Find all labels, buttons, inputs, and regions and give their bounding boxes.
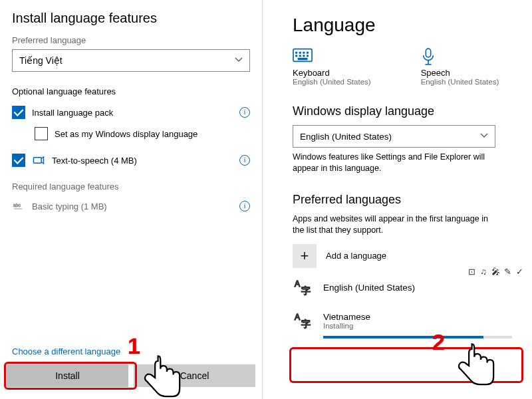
language-settings-panel: Language Keyboard English (United States… — [263, 0, 532, 399]
svg-rect-0 — [34, 158, 42, 163]
plus-icon: + — [293, 244, 317, 268]
display-language-dropdown[interactable]: English (United States) — [293, 125, 495, 148]
panel-title: Install language features — [12, 11, 250, 26]
svg-point-5 — [303, 52, 305, 53]
language-name: English (United States) — [323, 283, 415, 293]
language-item-vietnamese[interactable]: A字 Vietnamese Installing — [293, 305, 532, 337]
checkbox-tts[interactable] — [12, 154, 25, 167]
keyboard-title: Keyboard — [293, 68, 371, 78]
feature-tts-label: Text-to-speech (4 MB) — [52, 156, 250, 166]
svg-rect-11 — [298, 59, 307, 60]
feature-basic-typing-label: Basic typing (1 MB) — [32, 201, 250, 211]
required-features-header: Required language features — [12, 182, 250, 192]
svg-point-6 — [307, 52, 309, 53]
keyboard-sub: English (United States) — [293, 78, 371, 86]
feature-set-display-label: Set as my Windows display language — [55, 129, 250, 139]
callout-2-highlight — [289, 347, 523, 383]
svg-text:abc: abc — [13, 203, 21, 207]
preferred-languages-header: Preferred languages — [293, 193, 532, 207]
page-title: Language — [293, 15, 532, 36]
feature-basic-typing: abc Basic typing (1 MB) i — [12, 196, 250, 217]
info-icon[interactable]: i — [239, 107, 250, 118]
svg-point-8 — [299, 55, 301, 57]
speech-mini-icon: 🎤︎ — [491, 267, 500, 277]
tts-icon — [32, 154, 45, 167]
svg-point-3 — [296, 52, 297, 53]
feature-tts[interactable]: Text-to-speech (4 MB) i — [12, 150, 250, 171]
handwriting-icon: ✎ — [503, 267, 512, 277]
svg-point-7 — [296, 55, 297, 57]
windows-display-language-header: Windows display language — [293, 104, 532, 118]
display-language-value: English (United States) — [300, 132, 392, 142]
language-name: Vietnamese — [323, 312, 370, 322]
choose-different-language-link[interactable]: Choose a different language — [12, 346, 120, 356]
display-language-desc: Windows features like Settings and File … — [293, 152, 499, 174]
cancel-button[interactable]: Cancel — [134, 364, 255, 387]
language-feature-icons: ⊡ ♫ 🎤︎ ✎ ✓ — [467, 267, 524, 277]
svg-text:A: A — [295, 279, 301, 289]
language-glyph-icon: A字 — [293, 311, 314, 332]
add-language-button[interactable]: + Add a language — [293, 244, 532, 268]
info-icon[interactable]: i — [239, 155, 250, 166]
typing-mini-icon: ✓ — [515, 267, 524, 277]
microphone-icon — [421, 48, 441, 64]
install-progress-fill — [323, 336, 483, 338]
language-status: Installing — [323, 322, 370, 330]
info-icon[interactable]: i — [239, 201, 250, 211]
speech-title: Speech — [421, 68, 499, 78]
svg-text:字: 字 — [301, 285, 311, 296]
svg-point-9 — [303, 55, 305, 57]
feature-language-pack[interactable]: Install language pack i — [12, 102, 250, 123]
display-icon: ⊡ — [467, 267, 476, 277]
chevron-down-icon — [235, 55, 243, 66]
keyboard-tile[interactable]: Keyboard English (United States) — [293, 48, 371, 86]
install-progress-bar — [323, 336, 512, 338]
install-button[interactable]: Install — [7, 364, 128, 387]
preferred-language-dropdown[interactable]: Tiếng Việt — [12, 49, 250, 72]
checkbox-set-display[interactable] — [35, 127, 48, 140]
svg-rect-12 — [426, 49, 430, 57]
feature-set-display[interactable]: Set as my Windows display language — [12, 123, 250, 144]
chevron-down-icon — [480, 132, 488, 142]
language-item-english[interactable]: A字 English (United States) ⊡ ♫ 🎤︎ ✎ ✓ — [293, 272, 532, 304]
speech-tile[interactable]: Speech English (United States) — [421, 48, 499, 86]
keyboard-icon — [293, 48, 313, 64]
optional-features-header: Optional language features — [12, 86, 250, 96]
preferred-languages-desc: Apps and websites will appear in the fir… — [293, 213, 499, 236]
svg-point-10 — [307, 55, 309, 57]
speech-sub: English (United States) — [421, 78, 499, 86]
checkbox-language-pack[interactable] — [12, 106, 25, 119]
preferred-language-label: Preferred language — [12, 35, 250, 45]
typing-icon: abc — [12, 200, 25, 213]
svg-text:字: 字 — [301, 319, 311, 329]
svg-point-4 — [299, 52, 301, 53]
callout-number-1: 1 — [128, 333, 140, 359]
tts-mini-icon: ♫ — [479, 267, 488, 277]
svg-text:A: A — [295, 313, 301, 322]
add-language-label: Add a language — [326, 251, 386, 261]
language-glyph-icon: A字 — [293, 277, 314, 299]
preferred-language-value: Tiếng Việt — [19, 55, 63, 66]
callout-number-2: 2 — [432, 329, 445, 355]
feature-language-pack-label: Install language pack — [32, 108, 250, 118]
